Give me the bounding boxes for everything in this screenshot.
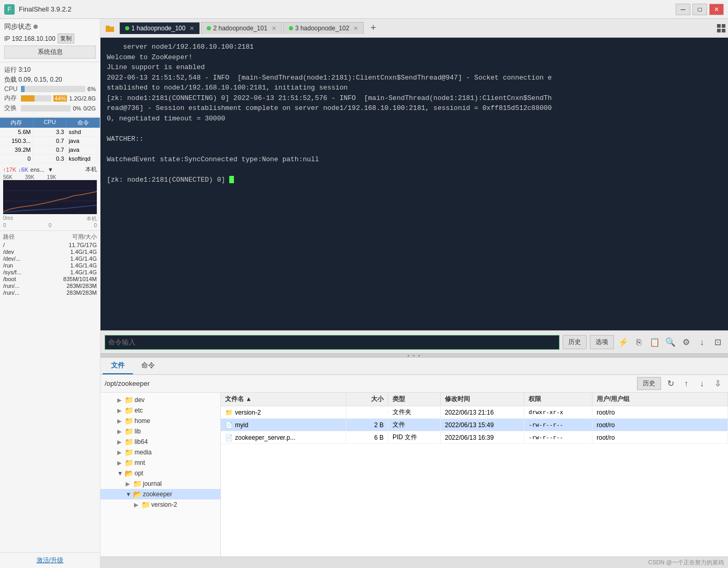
dropdown-icon[interactable]: ▼ (48, 166, 53, 173)
file-row-myid[interactable]: 📄 myid 2 B 文件 2022/06/13 15:49 -rw-r--r-… (221, 419, 728, 431)
tree-item-media[interactable]: ▶ 📁 media (100, 447, 220, 458)
refresh-icon[interactable]: ↻ (664, 377, 677, 390)
file-mtime: 2022/06/13 15:49 (441, 420, 524, 430)
tree-item-opt[interactable]: ▼ 📂 opt (100, 468, 220, 478)
folder-icon: 📁 (125, 406, 133, 415)
header-perm[interactable]: 权限 (524, 393, 592, 406)
disk-row: /run 1.4G/1.4G (3, 262, 97, 269)
network-graph (3, 180, 97, 214)
tab-hadoopnode102[interactable]: 3 hadoopnode_102 ✕ (283, 22, 364, 34)
cpu-metric: CPU 6% (4, 85, 96, 93)
header-size[interactable]: 大小 (346, 393, 388, 406)
tree-item-zookeeper[interactable]: ▼ 📂 zookeeper (100, 489, 220, 499)
expand-icon: ▶ (117, 418, 124, 425)
copy-terminal-icon[interactable]: ⎘ (633, 336, 645, 349)
copy-button[interactable]: 复制 (58, 34, 74, 43)
paste-icon[interactable]: 📋 (648, 336, 661, 349)
search-icon[interactable]: 🔍 (664, 336, 677, 349)
cpu-label: CPU (4, 85, 19, 93)
resize-handle[interactable]: • • • (100, 353, 728, 358)
run-label: 运行 3:10 (4, 65, 31, 74)
proc-header-mem: 内存 (0, 118, 33, 128)
tab-hadoopnode101[interactable]: 2 hadoopnode_101 ✕ (201, 22, 282, 34)
proc-row[interactable]: 150.3... 0.7 java (0, 137, 100, 146)
tab-hadoopnode100[interactable]: 1 hadoopnode_100 ✕ (119, 22, 200, 34)
lightning-icon[interactable]: ⚡ (617, 336, 630, 349)
disk-size: 11.7G/17G (32, 242, 97, 248)
sysinfo-button[interactable]: 系统信息 (4, 46, 96, 59)
close-button[interactable]: ✕ (709, 4, 724, 15)
header-type[interactable]: 类型 (388, 393, 441, 406)
history-button[interactable]: 历史 (563, 335, 587, 349)
tree-item-etc[interactable]: ▶ 📁 etc (100, 405, 220, 416)
status-dot (33, 25, 38, 29)
activate-link[interactable]: 激活/升级 (37, 556, 63, 564)
cpu-progress-bar (21, 86, 85, 92)
proc-cmd: sshd (66, 128, 100, 136)
tree-item-mnt[interactable]: ▶ 📁 mnt (100, 458, 220, 468)
options-button[interactable]: 选项 (590, 335, 614, 349)
window-controls[interactable]: ─ □ ✕ (676, 4, 724, 15)
cmd-icons: ⚡ ⎘ 📋 🔍 ⚙ ↓ ⊡ (617, 336, 724, 349)
tree-item-home[interactable]: ▶ 📁 home (100, 416, 220, 426)
file-icon: 📄 (225, 434, 233, 441)
download-file-icon[interactable]: ↓ (696, 377, 708, 390)
maximize-panel-icon[interactable]: ⊡ (711, 336, 724, 349)
command-input[interactable] (105, 335, 559, 350)
upload-icon[interactable]: ↑ (680, 377, 692, 390)
terminal-prompt: [zk: node1:2181(CONNECTED) 0] (107, 175, 722, 185)
proc-row[interactable]: 39.2M 0.7 java (0, 146, 100, 154)
file-row-zkserver[interactable]: 📄 zookeeper_server.p... 6 B PID 文件 2022/… (221, 431, 728, 444)
net-zeros: 0 0 0 (3, 222, 97, 228)
tree-item-dev[interactable]: ▶ 📁 dev (100, 395, 220, 405)
tab-close-icon[interactable]: ✕ (353, 25, 358, 32)
header-filename[interactable]: 文件名 ▲ (221, 393, 346, 406)
file-perm: -rw-r--r-- (524, 420, 592, 430)
svg-rect-3 (722, 24, 725, 28)
file-row-version2[interactable]: 📁 version-2 文件夹 2022/06/13 21:16 drwxr-x… (221, 406, 728, 419)
proc-row[interactable]: 5.6M 3.3 sshd (0, 128, 100, 137)
expand-icon: ▶ (117, 449, 124, 456)
proc-header-cpu: CPU (33, 118, 67, 128)
folder-icon: 📁 (125, 438, 133, 446)
folder-icon: 📁 (225, 409, 233, 416)
disk-size: 1.4G/1.4G (32, 262, 97, 269)
file-path: /opt/zookeeper (105, 380, 634, 387)
tree-item-lib[interactable]: ▶ 📁 lib (100, 426, 220, 437)
tab-dot (207, 26, 211, 30)
sidebar-top: 同步状态 IP 192.168.10.100 复制 系统信息 (0, 19, 100, 62)
file-tab-commands[interactable]: 命令 (133, 358, 163, 374)
mem-metric: 内存 44% 1.2G/2.8G (4, 94, 96, 103)
net-up: ↑17K (3, 166, 16, 173)
activate-area[interactable]: 激活/升级 (0, 552, 100, 568)
main-layout: 同步状态 IP 192.168.10.100 复制 系统信息 运行 3:10 负… (0, 19, 728, 568)
terminal[interactable]: server node1/192.168.10.100:2181 Welcome… (100, 38, 728, 330)
terminal-line: Welcome to ZooKeeper! (107, 52, 722, 63)
download-icon[interactable]: ↓ (696, 336, 708, 349)
maximize-button[interactable]: □ (692, 4, 707, 15)
mem-progress-bar (21, 95, 51, 102)
tree-item-journal[interactable]: ▶ 📁 journal (100, 478, 220, 489)
tree-label: journal (143, 480, 162, 487)
file-size: 2 B (346, 420, 388, 430)
add-tab-button[interactable]: + (367, 22, 379, 35)
tab-close-icon[interactable]: ✕ (189, 25, 194, 32)
grid-view-icon[interactable] (716, 24, 726, 33)
net-interface: ens... (30, 166, 44, 173)
proc-cmd: java (66, 146, 100, 154)
header-mtime[interactable]: 修改时间 (441, 393, 524, 406)
svg-rect-2 (717, 24, 721, 28)
tab-close-icon[interactable]: ✕ (272, 25, 276, 32)
tree-item-version2[interactable]: ▶ 📁 version-2 (100, 499, 220, 510)
header-user[interactable]: 用户/用户组 (592, 393, 728, 406)
tree-item-lib64[interactable]: ▶ 📁 lib64 (100, 437, 220, 447)
expand-icon: ▶ (134, 502, 140, 508)
settings-icon[interactable]: ⚙ (680, 336, 692, 349)
proc-row[interactable]: 0 0.3 ksoftirqd (0, 154, 100, 163)
file-tab-files[interactable]: 文件 (103, 358, 133, 374)
file-history-button[interactable]: 历史 (637, 377, 661, 390)
folder-icon: 📂 (133, 490, 142, 498)
minimize-button[interactable]: ─ (676, 4, 690, 15)
disk-path: /boot (3, 276, 32, 282)
download-folder-icon[interactable]: ⇩ (711, 377, 724, 390)
